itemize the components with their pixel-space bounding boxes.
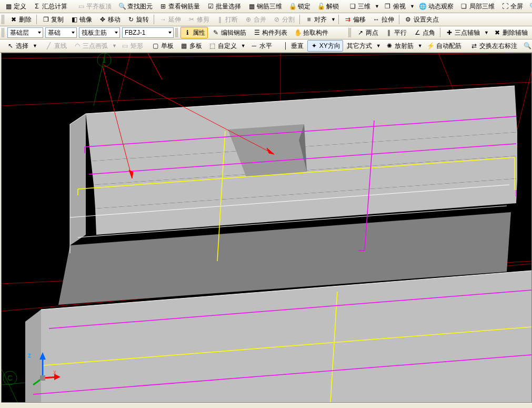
dropdown-arrow-icon[interactable]: ▼ bbox=[111, 43, 118, 48]
lock-icon: 🔒 bbox=[288, 2, 297, 11]
dropdown-arrow-icon[interactable]: ▼ bbox=[32, 43, 38, 48]
properties-button[interactable]: ℹ属性 bbox=[180, 27, 208, 38]
perspective-button[interactable]: ❐俯视 bbox=[381, 1, 408, 12]
cube-icon: ❏ bbox=[348, 2, 357, 11]
dropdown-arrow-icon[interactable]: ▼ bbox=[417, 43, 424, 48]
unlock-icon: 🔓 bbox=[317, 2, 325, 11]
trim-button[interactable]: ✂修剪 bbox=[185, 14, 212, 25]
component-list-button[interactable]: ☰构件列表 bbox=[250, 27, 290, 38]
rebar-3d-button[interactable]: ▦钢筋三维 bbox=[245, 1, 285, 12]
rect-button[interactable]: ▭矩形 bbox=[118, 40, 146, 52]
define-button[interactable]: ▦定义 bbox=[2, 1, 29, 12]
toolbar-grip[interactable] bbox=[175, 28, 178, 37]
split-button[interactable]: ⊘分割 bbox=[270, 14, 297, 25]
rect-icon: ▭ bbox=[121, 42, 129, 50]
dropdown-arrow-icon[interactable]: ▼ bbox=[240, 43, 247, 48]
point-angle-button[interactable]: ∠点角 bbox=[410, 27, 438, 38]
dynamic-view-button[interactable]: 🌐动态观察 bbox=[416, 1, 456, 12]
auto-rebar-button[interactable]: ⚡自动配筋 bbox=[424, 40, 464, 52]
find-element-button[interactable]: 🔍查找图元 bbox=[115, 1, 155, 12]
local-3d-button[interactable]: ❏局部三维 bbox=[457, 1, 497, 12]
toolbar-grip[interactable] bbox=[2, 15, 5, 24]
mirror-button[interactable]: ◧镜像 bbox=[67, 14, 95, 25]
break-icon: ‖ bbox=[216, 15, 224, 24]
delete-icon: ✖ bbox=[9, 15, 18, 24]
align-button[interactable]: ≡对齐 bbox=[302, 14, 329, 25]
unlock-button[interactable]: 🔓解锁 bbox=[314, 1, 342, 12]
multi-slab-button[interactable]: ▦多板 bbox=[177, 40, 205, 52]
split-icon: ⊘ bbox=[273, 15, 281, 24]
subtype-dropdown[interactable]: 筏板主筋 bbox=[79, 27, 120, 38]
svg-text:z: z bbox=[28, 352, 31, 359]
view-button[interactable]: 🔍查 bbox=[521, 40, 532, 52]
dropdown-arrow-icon[interactable]: ▼ bbox=[330, 17, 337, 22]
move-button[interactable]: ✥移动 bbox=[96, 14, 123, 25]
separator bbox=[36, 15, 37, 24]
break-button[interactable]: ‖打断 bbox=[213, 14, 240, 25]
zoom-button[interactable]: 🔍缩放 bbox=[527, 1, 532, 12]
view-rebar-button[interactable]: ⊞查看钢筋量 bbox=[156, 1, 203, 12]
summary-button[interactable]: Σ汇总计算 bbox=[30, 1, 70, 12]
swap-annotations-button[interactable]: ⇄交换左右标注 bbox=[467, 40, 520, 52]
three-pt-aux-button[interactable]: ✚三点辅轴 bbox=[443, 27, 483, 38]
edit-rebar-button[interactable]: ✎编辑钢筋 bbox=[209, 27, 249, 38]
lock-button[interactable]: 🔒锁定 bbox=[286, 1, 313, 12]
pick-component-button[interactable]: ✋拾取构件 bbox=[291, 27, 331, 38]
dropdown-arrow-icon[interactable]: ▼ bbox=[374, 4, 380, 9]
xy-direction-button[interactable]: ✦XY方向 bbox=[307, 40, 343, 52]
fullscreen-button[interactable]: ⛶全屏 bbox=[498, 1, 526, 12]
svg-line-1 bbox=[2, 53, 531, 58]
viewport-canvas: 1 C bbox=[2, 53, 531, 402]
single-slab-button[interactable]: ▢单板 bbox=[149, 40, 176, 52]
flat-slab-button[interactable]: ▭平齐板顶 bbox=[74, 1, 114, 12]
edit-icon: ✎ bbox=[212, 28, 220, 37]
stretch-button[interactable]: ↔拉伸 bbox=[369, 14, 397, 25]
extend-button[interactable]: →延伸 bbox=[156, 14, 184, 25]
arc3-button[interactable]: ◠三点画弧 bbox=[71, 40, 111, 52]
delete-aux-button[interactable]: ✖删除辅轴 bbox=[490, 27, 530, 38]
local3d-icon: ❏ bbox=[460, 2, 468, 11]
category-dropdown[interactable]: 基础 bbox=[45, 27, 77, 38]
multislab-icon: ▦ bbox=[180, 42, 188, 50]
component-dropdown[interactable]: FBZJ-1 bbox=[122, 27, 174, 38]
dropdown-arrow-icon[interactable]: ▼ bbox=[375, 43, 382, 48]
toolbar-grip[interactable] bbox=[348, 28, 352, 37]
separator bbox=[440, 28, 440, 37]
layer-dropdown[interactable]: 基础层 bbox=[7, 27, 43, 38]
select-button[interactable]: ↖选择 bbox=[4, 40, 31, 52]
vert-icon: │ bbox=[282, 42, 290, 50]
copy-icon: ❐ bbox=[42, 15, 50, 24]
orbit-icon: 🌐 bbox=[419, 2, 427, 11]
dropdown-arrow-icon[interactable]: ▼ bbox=[483, 30, 490, 35]
two-point-button[interactable]: ↗两点 bbox=[354, 27, 381, 38]
persp-icon: ❐ bbox=[384, 2, 392, 11]
merge-button[interactable]: ⊕合并 bbox=[242, 14, 269, 25]
move-icon: ✥ bbox=[98, 15, 107, 24]
view3d-button[interactable]: ❏三维 bbox=[346, 1, 373, 12]
separator bbox=[299, 15, 300, 24]
rotate-icon: ↻ bbox=[127, 15, 135, 24]
properties-icon: ℹ bbox=[183, 28, 192, 37]
vertical-button[interactable]: │垂直 bbox=[279, 40, 306, 52]
dropdown-arrow-icon[interactable]: ▼ bbox=[409, 4, 416, 9]
custom-button[interactable]: ⬚自定义 bbox=[206, 40, 239, 52]
delete-button[interactable]: ✖删除 bbox=[7, 14, 34, 25]
toolbar-edit: ✖删除 ❐复制 ◧镜像 ✥移动 ↻旋转 →延伸 ✂修剪 ‖打断 ⊕合并 ⊘分割 … bbox=[0, 13, 532, 26]
place-rebar-button[interactable]: ✺放射筋 bbox=[383, 40, 416, 52]
parallel-button[interactable]: ∥平行 bbox=[382, 27, 409, 38]
slab-icon: ▢ bbox=[152, 42, 160, 50]
xy-icon: ✦ bbox=[310, 42, 318, 50]
model-viewport[interactable]: 1 C bbox=[1, 53, 532, 403]
del-aux-icon: ✖ bbox=[493, 28, 501, 37]
horizontal-button[interactable]: ─水平 bbox=[247, 40, 275, 52]
other-method-button[interactable]: 其它方式 bbox=[344, 40, 375, 52]
line-button[interactable]: ╱直线 bbox=[42, 40, 69, 52]
copy-button[interactable]: ❐复制 bbox=[39, 14, 66, 25]
offset-button[interactable]: ⇉偏移 bbox=[341, 14, 368, 25]
svg-marker-18 bbox=[70, 114, 86, 245]
line-icon: ╱ bbox=[45, 42, 53, 50]
toolbar-grip[interactable] bbox=[2, 28, 5, 37]
batch-select-button[interactable]: ☑批量选择 bbox=[204, 1, 244, 12]
rotate-button[interactable]: ↻旋转 bbox=[124, 14, 152, 25]
set-grip-button[interactable]: ⚙设置夹点 bbox=[401, 14, 441, 25]
